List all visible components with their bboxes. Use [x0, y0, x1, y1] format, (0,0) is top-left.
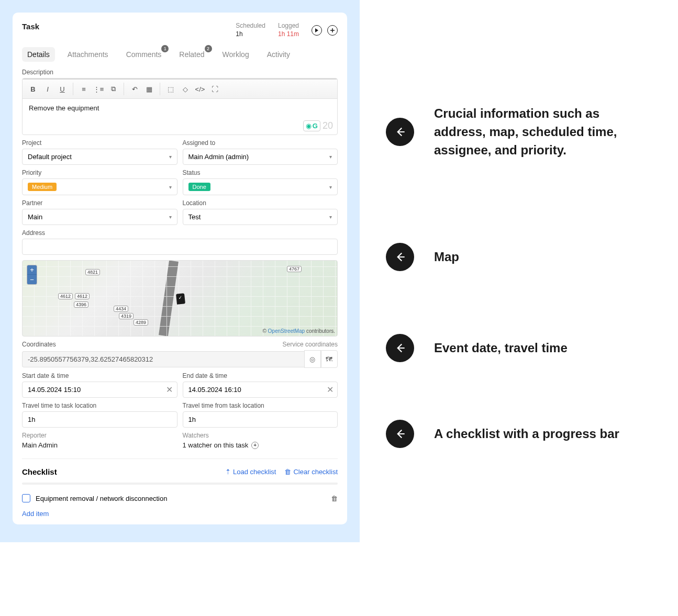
chevron-down-icon: ▾	[329, 214, 332, 220]
code-icon[interactable]: </>	[194, 83, 206, 95]
bullet-list-icon[interactable]: ⋮≡	[92, 83, 105, 95]
grammarly-icon[interactable]: ◉G	[303, 120, 320, 131]
map-attribution: © OpenStreetMap contributors.	[262, 328, 335, 334]
chevron-down-icon: ▾	[169, 214, 172, 220]
checklist-progress	[22, 483, 338, 485]
editor-toolbar: B I U ≡ ⋮≡ ⧉ ↶ ▦ ⬚ ◇ </> ⛶	[23, 79, 337, 99]
map-pin-icon	[176, 294, 185, 305]
status-select[interactable]: Done▾	[183, 178, 338, 195]
travel-from-input[interactable]	[183, 411, 338, 428]
annotations-panel: Crucial information such as address, map…	[360, 0, 678, 542]
checklist-item: Equipment removal / network disconnectio…	[22, 492, 338, 505]
arrow-left-icon	[386, 420, 414, 448]
watchers-value[interactable]: 1 watcher on this task+	[183, 441, 338, 449]
clear-checklist-button[interactable]: 🗑Clear checklist	[284, 468, 338, 476]
underline-icon[interactable]: U	[56, 83, 69, 95]
clear-icon[interactable]: ✕	[162, 385, 177, 395]
tab-related[interactable]: Related2	[174, 47, 209, 62]
annotation: Event date, travel time	[386, 334, 652, 362]
chevron-down-icon: ▾	[169, 154, 172, 160]
tab-details[interactable]: Details	[22, 47, 55, 62]
open-map-button[interactable]: 🗺	[321, 350, 338, 368]
tabs: Details Attachments Comments1 Related2 W…	[22, 47, 338, 62]
assignee-select[interactable]: Main Admin (admin)▾	[183, 149, 338, 165]
bold-icon[interactable]: B	[27, 83, 39, 95]
partner-select[interactable]: Main▾	[22, 209, 177, 225]
annotation: A checklist with a progress bar	[386, 420, 652, 448]
tab-attachments[interactable]: Attachments	[62, 47, 114, 62]
upload-icon: ⇡	[225, 468, 231, 476]
zoom-in-button[interactable]: +	[27, 265, 37, 275]
ordered-list-icon[interactable]: ≡	[77, 83, 90, 95]
arrow-left-icon	[386, 118, 414, 146]
add-watcher-icon[interactable]: +	[251, 442, 259, 449]
add-button[interactable]	[327, 25, 338, 36]
logged-stat: Logged 1h 11m	[278, 22, 299, 38]
description-editor: B I U ≡ ⋮≡ ⧉ ↶ ▦ ⬚ ◇ </> ⛶ Remove the eq…	[22, 78, 338, 135]
checklist-title: Checklist	[22, 467, 57, 476]
arrow-left-icon	[386, 243, 414, 271]
annotation: Map	[386, 243, 652, 271]
map[interactable]: + − 4821 4612 4612 4396 4434 4319 4289 4…	[22, 260, 338, 337]
chevron-down-icon: ▾	[329, 154, 332, 160]
travel-to-input[interactable]	[22, 411, 177, 428]
tab-worklog[interactable]: Worklog	[217, 47, 254, 62]
clear-icon[interactable]: ✕	[323, 385, 337, 395]
project-select[interactable]: Default project▾	[22, 149, 177, 165]
delete-item-icon[interactable]: 🗑	[331, 495, 338, 502]
undo-icon[interactable]: ↶	[128, 83, 141, 95]
reporter-value: Main Admin	[22, 441, 177, 449]
play-button[interactable]	[312, 25, 322, 36]
coordinates-input[interactable]	[22, 351, 304, 367]
link-icon[interactable]: ⧉	[107, 83, 119, 95]
location-select[interactable]: Test▾	[183, 209, 338, 225]
erase-icon[interactable]: ◇	[179, 83, 192, 95]
start-date-input[interactable]: ✕	[22, 382, 177, 398]
page-title: Task	[22, 22, 39, 31]
description-label: Description	[22, 69, 338, 76]
fullscreen-icon[interactable]: ⛶	[208, 83, 221, 95]
chevron-down-icon: ▾	[329, 184, 332, 190]
priority-select[interactable]: Medium▾	[22, 178, 177, 195]
end-date-input[interactable]: ✕	[183, 382, 338, 398]
zoom-out-button[interactable]: −	[27, 275, 37, 284]
image-icon[interactable]: ⬚	[164, 83, 177, 95]
trash-icon: 🗑	[284, 468, 291, 476]
table-icon[interactable]: ▦	[143, 83, 155, 95]
tab-comments[interactable]: Comments1	[121, 47, 167, 62]
arrow-left-icon	[386, 334, 414, 362]
char-count: 20	[323, 120, 333, 131]
chevron-down-icon: ▾	[169, 184, 172, 190]
locate-button[interactable]: ◎	[304, 350, 321, 368]
service-coords-link[interactable]: Service coordinates	[283, 341, 338, 348]
add-item-button[interactable]: Add item	[22, 510, 49, 518]
tab-activity[interactable]: Activity	[262, 47, 295, 62]
left-panel: Task Scheduled 1h Logged 1h 11m Details …	[0, 0, 360, 542]
scheduled-stat: Scheduled 1h	[236, 22, 265, 38]
address-input[interactable]	[22, 239, 338, 255]
italic-icon[interactable]: I	[41, 83, 54, 95]
checkbox[interactable]	[22, 494, 30, 502]
description-input[interactable]: Remove the equipment ◉G 20	[23, 99, 337, 135]
task-card: Task Scheduled 1h Logged 1h 11m Details …	[13, 13, 347, 524]
annotation: Crucial information such as address, map…	[386, 105, 652, 159]
checklist-section: Checklist ⇡Load checklist 🗑Clear checkli…	[22, 458, 338, 518]
load-checklist-button[interactable]: ⇡Load checklist	[225, 468, 276, 476]
